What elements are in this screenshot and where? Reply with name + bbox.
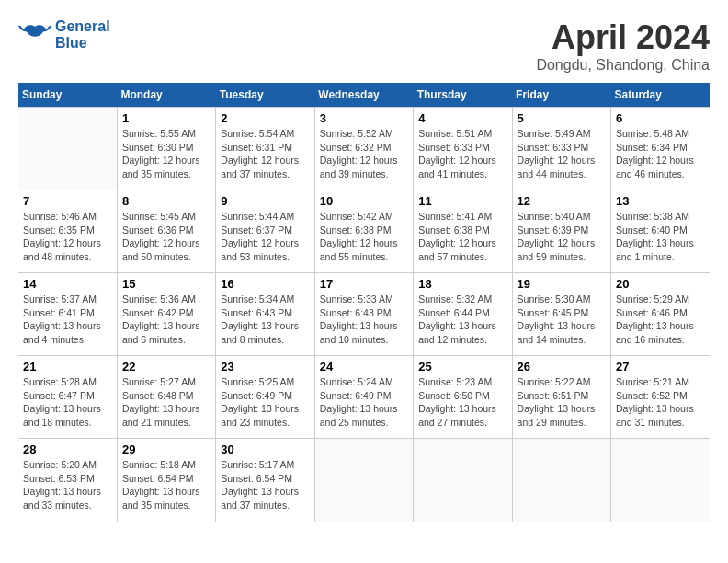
- day-info: Sunrise: 5:45 AMSunset: 6:36 PMDaylight:…: [122, 210, 210, 264]
- day-number: 22: [122, 360, 210, 373]
- day-info: Sunrise: 5:30 AMSunset: 6:45 PMDaylight:…: [518, 293, 606, 347]
- weekday-header: Friday: [512, 83, 610, 108]
- calendar-cell: 17Sunrise: 5:33 AMSunset: 6:43 PMDayligh…: [314, 273, 413, 356]
- day-number: 1: [122, 111, 210, 125]
- calendar-table: SundayMondayTuesdayWednesdayThursdayFrid…: [18, 83, 710, 522]
- calendar-cell: 19Sunrise: 5:30 AMSunset: 6:45 PMDayligh…: [512, 273, 610, 356]
- day-info: Sunrise: 5:28 AMSunset: 6:47 PMDaylight:…: [23, 375, 112, 430]
- day-number: 11: [418, 194, 506, 208]
- day-info: Sunrise: 5:48 AMSunset: 6:34 PMDaylight:…: [616, 127, 705, 181]
- day-info: Sunrise: 5:34 AMSunset: 6:43 PMDaylight:…: [221, 293, 309, 347]
- calendar-cell: 27Sunrise: 5:21 AMSunset: 6:52 PMDayligh…: [611, 356, 710, 439]
- day-number: 10: [320, 194, 408, 208]
- calendar-week-row: 1Sunrise: 5:55 AMSunset: 6:30 PMDaylight…: [18, 108, 710, 190]
- month-title: April 2024: [536, 18, 710, 57]
- day-info: Sunrise: 5:46 AMSunset: 6:35 PMDaylight:…: [23, 210, 112, 264]
- day-number: 4: [418, 111, 506, 125]
- day-info: Sunrise: 5:18 AMSunset: 6:54 PMDaylight:…: [122, 458, 210, 512]
- weekday-header-row: SundayMondayTuesdayWednesdayThursdayFrid…: [18, 83, 710, 108]
- calendar-cell: 13Sunrise: 5:38 AMSunset: 6:40 PMDayligh…: [611, 190, 710, 273]
- day-info: Sunrise: 5:38 AMSunset: 6:40 PMDaylight:…: [616, 210, 705, 264]
- calendar-week-row: 21Sunrise: 5:28 AMSunset: 6:47 PMDayligh…: [18, 356, 710, 439]
- calendar-week-row: 7Sunrise: 5:46 AMSunset: 6:35 PMDaylight…: [18, 190, 710, 273]
- calendar-cell: 12Sunrise: 5:40 AMSunset: 6:39 PMDayligh…: [512, 190, 610, 273]
- day-info: Sunrise: 5:33 AMSunset: 6:43 PMDaylight:…: [320, 293, 408, 347]
- calendar-cell: 30Sunrise: 5:17 AMSunset: 6:54 PMDayligh…: [216, 439, 314, 522]
- day-info: Sunrise: 5:29 AMSunset: 6:46 PMDaylight:…: [616, 293, 705, 347]
- calendar-cell: 14Sunrise: 5:37 AMSunset: 6:41 PMDayligh…: [18, 273, 117, 356]
- day-info: Sunrise: 5:22 AMSunset: 6:51 PMDaylight:…: [518, 375, 606, 430]
- day-number: 15: [122, 277, 210, 291]
- day-number: 19: [518, 277, 606, 291]
- calendar-cell: [414, 439, 512, 522]
- day-info: Sunrise: 5:37 AMSunset: 6:41 PMDaylight:…: [23, 293, 112, 347]
- day-number: 6: [616, 111, 705, 125]
- calendar-cell: 28Sunrise: 5:20 AMSunset: 6:53 PMDayligh…: [18, 439, 117, 522]
- day-info: Sunrise: 5:55 AMSunset: 6:30 PMDaylight:…: [122, 127, 210, 181]
- calendar-cell: 23Sunrise: 5:25 AMSunset: 6:49 PMDayligh…: [216, 356, 314, 439]
- day-info: Sunrise: 5:20 AMSunset: 6:53 PMDaylight:…: [23, 458, 112, 512]
- day-number: 27: [616, 360, 705, 373]
- day-number: 23: [221, 360, 309, 373]
- weekday-header: Wednesday: [314, 83, 413, 108]
- calendar-cell: 6Sunrise: 5:48 AMSunset: 6:34 PMDaylight…: [611, 108, 710, 190]
- day-number: 18: [418, 277, 506, 291]
- weekday-header: Thursday: [414, 83, 512, 108]
- day-number: 25: [418, 360, 506, 373]
- day-number: 8: [122, 194, 210, 208]
- day-number: 7: [23, 194, 112, 208]
- calendar-cell: 11Sunrise: 5:41 AMSunset: 6:38 PMDayligh…: [414, 190, 512, 273]
- calendar-cell: 2Sunrise: 5:54 AMSunset: 6:31 PMDaylight…: [216, 108, 314, 190]
- calendar-cell: [314, 439, 413, 522]
- day-info: Sunrise: 5:54 AMSunset: 6:31 PMDaylight:…: [221, 127, 309, 181]
- day-info: Sunrise: 5:17 AMSunset: 6:54 PMDaylight:…: [221, 458, 309, 512]
- logo: General Blue: [18, 18, 110, 52]
- calendar-cell: 21Sunrise: 5:28 AMSunset: 6:47 PMDayligh…: [18, 356, 117, 439]
- day-number: 17: [320, 277, 408, 291]
- day-info: Sunrise: 5:41 AMSunset: 6:38 PMDaylight:…: [418, 210, 506, 264]
- calendar-cell: 4Sunrise: 5:51 AMSunset: 6:33 PMDaylight…: [414, 108, 512, 190]
- calendar-cell: 10Sunrise: 5:42 AMSunset: 6:38 PMDayligh…: [314, 190, 413, 273]
- calendar-week-row: 28Sunrise: 5:20 AMSunset: 6:53 PMDayligh…: [18, 439, 710, 522]
- day-number: 16: [221, 277, 309, 291]
- day-number: 12: [518, 194, 606, 208]
- weekday-header: Monday: [117, 83, 215, 108]
- day-number: 9: [221, 194, 309, 208]
- calendar-cell: 24Sunrise: 5:24 AMSunset: 6:49 PMDayligh…: [314, 356, 413, 439]
- calendar-cell: 8Sunrise: 5:45 AMSunset: 6:36 PMDaylight…: [117, 190, 215, 273]
- calendar-cell: 5Sunrise: 5:49 AMSunset: 6:33 PMDaylight…: [512, 108, 610, 190]
- day-number: 30: [221, 442, 309, 456]
- calendar-cell: 16Sunrise: 5:34 AMSunset: 6:43 PMDayligh…: [216, 273, 314, 356]
- weekday-header: Tuesday: [216, 83, 314, 108]
- calendar-cell: 7Sunrise: 5:46 AMSunset: 6:35 PMDaylight…: [18, 190, 117, 273]
- title-block: April 2024 Dongdu, Shandong, China: [536, 18, 710, 74]
- day-info: Sunrise: 5:25 AMSunset: 6:49 PMDaylight:…: [221, 375, 309, 430]
- day-info: Sunrise: 5:51 AMSunset: 6:33 PMDaylight:…: [418, 127, 506, 181]
- weekday-header: Saturday: [611, 83, 710, 108]
- calendar-cell: 29Sunrise: 5:18 AMSunset: 6:54 PMDayligh…: [117, 439, 215, 522]
- day-info: Sunrise: 5:23 AMSunset: 6:50 PMDaylight:…: [418, 375, 506, 430]
- calendar-cell: 25Sunrise: 5:23 AMSunset: 6:50 PMDayligh…: [414, 356, 512, 439]
- calendar-cell: [611, 439, 710, 522]
- day-info: Sunrise: 5:36 AMSunset: 6:42 PMDaylight:…: [122, 293, 210, 347]
- day-number: 3: [320, 111, 408, 125]
- calendar-cell: 1Sunrise: 5:55 AMSunset: 6:30 PMDaylight…: [117, 108, 215, 190]
- calendar-week-row: 14Sunrise: 5:37 AMSunset: 6:41 PMDayligh…: [18, 273, 710, 356]
- day-info: Sunrise: 5:44 AMSunset: 6:37 PMDaylight:…: [221, 210, 309, 264]
- day-number: 26: [518, 360, 606, 373]
- day-number: 13: [616, 194, 705, 208]
- page-header: General Blue April 2024 Dongdu, Shandong…: [18, 18, 710, 74]
- location: Dongdu, Shandong, China: [536, 57, 710, 74]
- day-info: Sunrise: 5:52 AMSunset: 6:32 PMDaylight:…: [320, 127, 408, 181]
- calendar-cell: 20Sunrise: 5:29 AMSunset: 6:46 PMDayligh…: [611, 273, 710, 356]
- calendar-cell: 18Sunrise: 5:32 AMSunset: 6:44 PMDayligh…: [414, 273, 512, 356]
- calendar-cell: 26Sunrise: 5:22 AMSunset: 6:51 PMDayligh…: [512, 356, 610, 439]
- logo-icon: [18, 18, 51, 52]
- logo-line2: Blue: [55, 35, 110, 52]
- weekday-header: Sunday: [18, 83, 117, 108]
- day-number: 2: [221, 111, 309, 125]
- day-number: 24: [320, 360, 408, 373]
- day-number: 5: [518, 111, 606, 125]
- day-info: Sunrise: 5:21 AMSunset: 6:52 PMDaylight:…: [616, 375, 705, 430]
- calendar-cell: 15Sunrise: 5:36 AMSunset: 6:42 PMDayligh…: [117, 273, 215, 356]
